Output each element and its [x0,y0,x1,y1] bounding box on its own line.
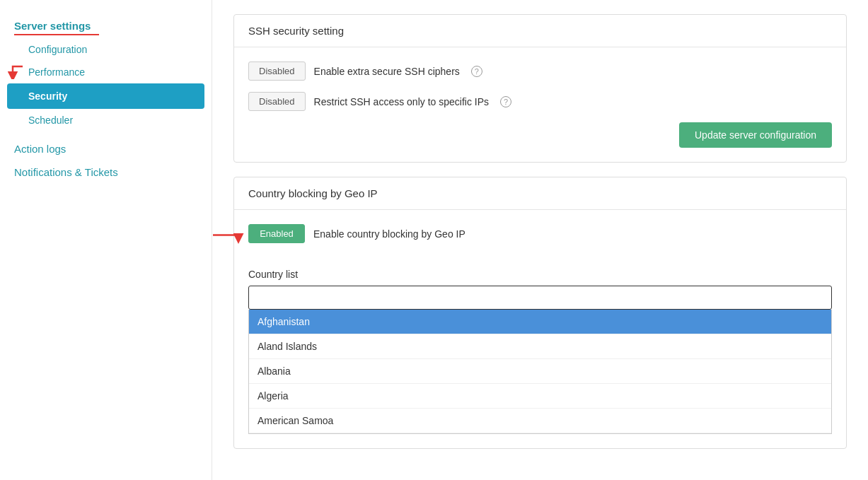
sidebar-item-security[interactable]: Security [7,83,204,109]
geo-ip-card-title: Country blocking by Geo IP [234,177,846,210]
main-content: SSH security setting Disabled Enable ext… [212,0,868,480]
ssh-restrict-label: Restrict SSH access only to specific IPs [314,96,489,107]
geo-enable-row: Enabled Enable country blocking by Geo I… [248,224,465,243]
sidebar-notifications[interactable]: Notifications & Tickets [0,160,212,184]
sidebar-item-configuration[interactable]: Configuration [0,38,212,61]
geo-ip-card-body: Enabled Enable country blocking by Geo I… [234,210,846,448]
geo-arrow [213,230,248,248]
geo-ip-card: Country blocking by Geo IP [233,177,847,449]
sidebar-server-settings[interactable]: Server settings [0,14,212,38]
country-search-input[interactable] [248,286,832,310]
ssh-security-card: SSH security setting Disabled Enable ext… [233,14,847,163]
country-dropdown: Afghanistan Aland Islands Albania Algeri… [248,310,832,434]
country-option-american-samoa[interactable]: American Samoa [249,409,831,433]
ssh-card-title: SSH security setting [234,15,846,47]
ssh-card-body: Disabled Enable extra secure SSH ciphers… [234,47,846,162]
country-option-afghanistan[interactable]: Afghanistan [249,310,831,334]
sidebar-item-performance[interactable]: Performance [0,61,212,83]
country-list-section: Country list Afghanistan Aland Islands A… [248,269,832,434]
sidebar: Server settings Configuration Performanc… [0,0,212,480]
ssh-ciphers-label: Enable extra secure SSH ciphers [314,66,460,77]
ssh-ciphers-help-icon[interactable]: ? [471,66,482,77]
ssh-ciphers-toggle[interactable]: Disabled [248,62,306,81]
update-server-config-button[interactable]: Update server configuration [679,122,832,148]
server-settings-group: Server settings Configuration Performanc… [0,14,212,131]
ssh-restrict-toggle[interactable]: Disabled [248,92,306,111]
country-option-algeria[interactable]: Algeria [249,384,831,409]
geo-enable-toggle[interactable]: Enabled [248,224,305,243]
country-option-albania[interactable]: Albania [249,359,831,384]
country-option-aland[interactable]: Aland Islands [249,334,831,359]
ssh-ciphers-row: Disabled Enable extra secure SSH ciphers… [248,62,832,81]
sidebar-action-logs[interactable]: Action logs [0,137,212,160]
ssh-restrict-help-icon[interactable]: ? [500,96,511,107]
geo-enable-label: Enable country blocking by Geo IP [313,228,465,240]
country-list-label: Country list [248,269,832,280]
sidebar-item-scheduler[interactable]: Scheduler [0,109,212,131]
ssh-restrict-row: Disabled Restrict SSH access only to spe… [248,92,832,111]
